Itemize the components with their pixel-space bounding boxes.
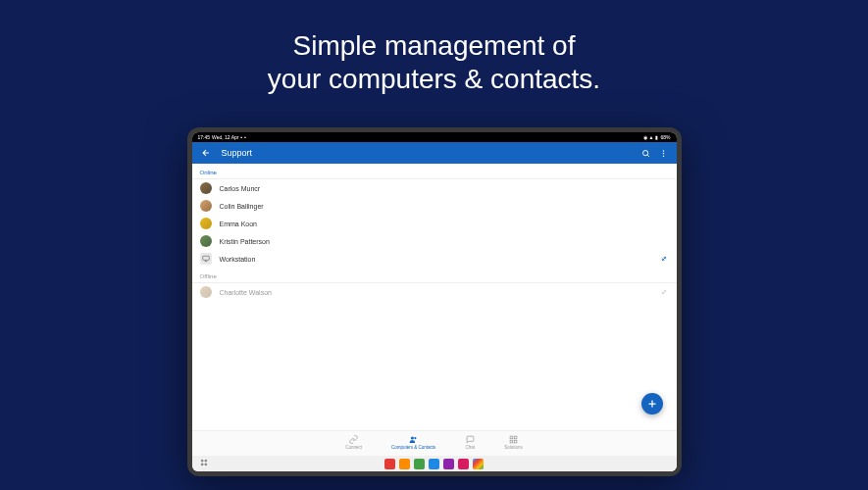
recents-button[interactable]: [200, 459, 220, 468]
item-name: Workstation: [220, 256, 659, 263]
svg-rect-9: [510, 440, 513, 443]
connect-icon[interactable]: [659, 254, 669, 264]
dock-app-icon[interactable]: [429, 459, 439, 469]
list-item[interactable]: Workstation: [192, 250, 677, 268]
list-item[interactable]: Emma Koon: [192, 215, 677, 232]
list-item[interactable]: Carlos Muncr: [192, 179, 677, 197]
search-button[interactable]: [641, 148, 651, 158]
status-time: 17:45: [198, 134, 211, 140]
notification-icon: ▪: [244, 134, 246, 140]
svg-rect-4: [202, 256, 209, 260]
chat-icon: [465, 434, 475, 444]
avatar: [200, 200, 212, 212]
list-item[interactable]: Kristin Patterson: [192, 232, 677, 250]
avatar: [200, 218, 212, 229]
item-name: Colin Ballinger: [220, 203, 669, 210]
section-online: Online: [192, 164, 677, 179]
list-item[interactable]: Charlotte Walson: [192, 283, 677, 301]
item-name: Kristin Patterson: [220, 238, 669, 245]
battery-percent: 68%: [660, 134, 670, 140]
dock-app-icon[interactable]: [414, 459, 425, 469]
avatar: [200, 182, 212, 194]
avatar: [200, 286, 212, 298]
nav-solutions[interactable]: Solutions: [504, 434, 523, 456]
nav-label: Solutions: [504, 445, 523, 450]
dock-app-icon[interactable]: [473, 459, 484, 469]
android-system-bar: [192, 456, 677, 471]
svg-point-5: [411, 436, 414, 439]
svg-point-1: [663, 150, 665, 152]
item-name: Carlos Muncr: [220, 185, 669, 192]
page-title: Support: [222, 148, 641, 158]
dock-app-icon[interactable]: [443, 459, 454, 469]
tablet-screen: 17:45 Wed, 12 Apr ▪ ▪ ◉ ▲ ▮ 68% Support: [192, 132, 677, 471]
add-button[interactable]: [641, 393, 663, 415]
dock-app-icon[interactable]: [399, 459, 410, 469]
signal-icon: ▲: [649, 134, 654, 140]
back-button[interactable]: [200, 147, 212, 159]
svg-rect-10: [514, 440, 517, 443]
svg-point-0: [643, 150, 648, 155]
item-name: Emma Koon: [220, 220, 669, 227]
status-date: Wed, 12 Apr: [212, 134, 238, 140]
svg-rect-8: [514, 436, 517, 439]
computer-icon: [200, 253, 212, 265]
wifi-icon: ◉: [643, 134, 647, 140]
battery-icon: ▮: [655, 134, 658, 140]
dock-app-icon[interactable]: [384, 459, 395, 469]
avatar: [200, 235, 212, 247]
nav-label: Connect: [345, 445, 362, 450]
svg-rect-11: [201, 460, 203, 462]
link-icon: [349, 434, 359, 444]
tablet-frame: 17:45 Wed, 12 Apr ▪ ▪ ◉ ▲ ▮ 68% Support: [187, 127, 682, 476]
more-menu-button[interactable]: [659, 148, 669, 158]
svg-point-6: [414, 436, 416, 438]
connect-icon[interactable]: [659, 287, 669, 297]
people-icon: [409, 434, 419, 444]
bottom-nav: Connect Computers & Contacts Chat Soluti…: [192, 430, 677, 456]
marketing-headline: Simple management of your computers & co…: [0, 29, 868, 95]
svg-point-3: [663, 155, 665, 157]
android-status-bar: 17:45 Wed, 12 Apr ▪ ▪ ◉ ▲ ▮ 68%: [192, 132, 677, 142]
item-name: Charlotte Walson: [220, 289, 659, 296]
nav-connect[interactable]: Connect: [345, 434, 362, 456]
notification-icon: ▪: [240, 134, 242, 140]
content-area: Online Carlos Muncr Colin Ballinger Emma…: [192, 164, 677, 430]
nav-label: Chat: [466, 445, 476, 450]
app-header: Support: [192, 142, 677, 164]
nav-label: Computers & Contacts: [391, 445, 435, 450]
apps-icon: [509, 434, 519, 444]
section-offline: Offline: [192, 268, 677, 283]
dock-app-icon[interactable]: [458, 459, 469, 469]
nav-chat[interactable]: Chat: [465, 434, 475, 456]
svg-rect-14: [204, 464, 206, 466]
list-item[interactable]: Colin Ballinger: [192, 197, 677, 215]
svg-point-2: [663, 152, 665, 154]
svg-rect-13: [201, 464, 203, 466]
nav-computers-contacts[interactable]: Computers & Contacts: [391, 434, 435, 456]
svg-rect-7: [510, 436, 513, 439]
svg-rect-12: [204, 460, 206, 462]
